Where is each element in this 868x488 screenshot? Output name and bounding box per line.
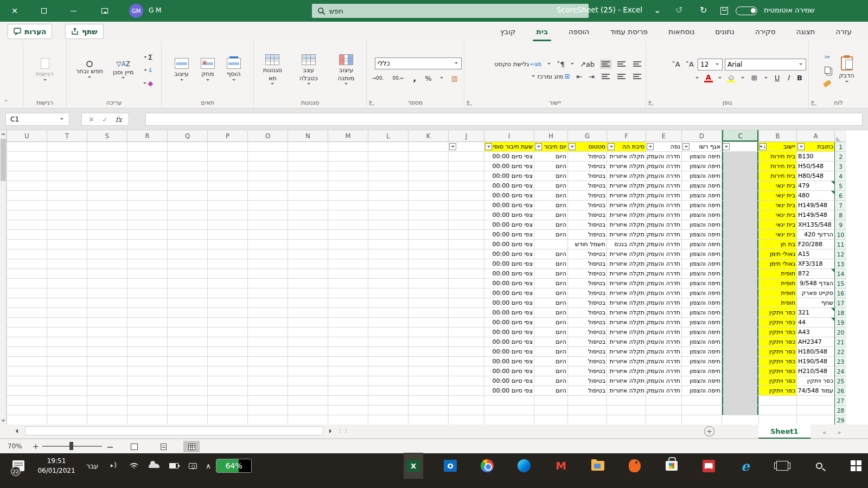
cell-J15[interactable] [448, 279, 484, 288]
cell-M24[interactable] [328, 367, 368, 376]
filter-dropdown-icon-G[interactable] [569, 143, 576, 150]
cell-T24[interactable] [47, 367, 87, 376]
cell-P28[interactable] [207, 406, 247, 415]
cell-T13[interactable] [47, 259, 87, 269]
cell-C25[interactable] [722, 376, 758, 386]
cancel-entry-icon[interactable]: ✕ [88, 115, 94, 124]
cell-G21[interactable]: בטיפול [567, 337, 607, 347]
cell-E6[interactable]: חדרה והעמק [646, 191, 681, 201]
taskbar-app-gmail[interactable]: M [553, 455, 569, 477]
filter-dropdown-icon-D[interactable] [682, 143, 690, 150]
cell-E15[interactable]: חדרה והעמק [646, 279, 681, 288]
cell-O28[interactable] [247, 406, 288, 415]
tab-1[interactable]: בית [535, 25, 548, 38]
cell-G28[interactable] [567, 406, 607, 415]
cell-A8[interactable]: H149/548 [796, 210, 834, 220]
tab-3[interactable]: פריסת עמוד [609, 25, 649, 38]
cell-B25[interactable]: כפר ויתקין [758, 376, 796, 386]
cell-I7[interactable]: צפי סיום 00:00 [484, 201, 534, 210]
cell-N15[interactable] [288, 279, 328, 288]
cell-I17[interactable]: צפי סיום 00:00 [484, 298, 534, 308]
cell-Q16[interactable] [167, 288, 207, 298]
cell-O15[interactable] [247, 279, 288, 288]
cell-B12[interactable]: גאולי תימן [758, 249, 796, 259]
cell-I14[interactable]: צפי סיום 00:00 [484, 269, 534, 279]
cell-U28[interactable] [7, 406, 47, 415]
cell-R3[interactable] [127, 162, 167, 171]
cell-A28[interactable] [796, 406, 834, 415]
autosave-toggle[interactable] [736, 7, 757, 15]
cell-T18[interactable] [47, 308, 87, 318]
column-header-A[interactable]: A [796, 130, 834, 142]
column-header-I[interactable]: I [484, 130, 534, 142]
cell-J16[interactable] [448, 288, 484, 298]
battery-widget[interactable]: 64% [216, 459, 252, 473]
cell-H24[interactable]: היום [534, 367, 567, 376]
cell-S2[interactable] [87, 152, 127, 162]
cell-I12[interactable]: צפי סיום 00:00 [484, 249, 534, 259]
cell-M27[interactable] [328, 396, 368, 406]
cell-M5[interactable] [328, 181, 368, 191]
cell-E9[interactable]: חדרה והעמק [646, 220, 681, 230]
search-input[interactable]: חפש [312, 4, 589, 18]
cell-R1[interactable] [127, 142, 167, 152]
row-header-7[interactable]: 7 [834, 201, 846, 210]
cell-F10[interactable]: תקלה איזורית [607, 230, 646, 240]
number-format-select[interactable]: כללי [375, 57, 462, 69]
cell-L26[interactable] [368, 386, 408, 396]
cell-O22[interactable] [247, 347, 288, 357]
cell-A16[interactable]: סקייט פארק [796, 288, 834, 298]
cell-D13[interactable]: חיפה והצפון [681, 259, 722, 269]
cell-J22[interactable] [448, 347, 484, 357]
cell-P9[interactable] [207, 220, 247, 230]
confirm-entry-icon[interactable]: ✓ [102, 115, 108, 124]
cell-O29[interactable] [247, 415, 288, 425]
cell-E20[interactable]: חדרה והעמק [646, 328, 681, 337]
taskbar-app-task-view[interactable] [775, 455, 790, 477]
cell-N8[interactable] [288, 210, 328, 220]
row-header-15[interactable]: 15 [834, 279, 846, 288]
cell-M15[interactable] [328, 279, 368, 288]
cell-E29[interactable] [646, 415, 681, 425]
row-header-20[interactable]: 20 [834, 328, 846, 337]
cell-O5[interactable] [247, 181, 288, 191]
cell-P24[interactable] [207, 367, 247, 376]
row-header-9[interactable]: 9 [834, 220, 846, 230]
cell-L16[interactable] [368, 288, 408, 298]
cell-I2[interactable]: צפי סיום 00:00 [484, 152, 534, 162]
cell-K29[interactable] [408, 415, 448, 425]
cell-E4[interactable]: חדרה והעמק [646, 171, 681, 181]
cell-A19[interactable]: 44 [796, 318, 834, 328]
cell-G1[interactable]: סטטוס [567, 142, 607, 152]
cell-T26[interactable] [47, 386, 87, 396]
cell-A9[interactable]: XH135/548 [796, 220, 834, 230]
cell-D8[interactable]: חיפה והצפון [681, 210, 722, 220]
row-header-8[interactable]: 8 [834, 210, 846, 220]
cell-M21[interactable] [328, 337, 368, 347]
cell-B29[interactable] [758, 415, 796, 425]
cell-K27[interactable] [408, 396, 448, 406]
cell-I10[interactable]: צפי סיום 00:00 [484, 230, 534, 240]
column-header-S[interactable]: S [87, 130, 127, 142]
row-header-19[interactable]: 19 [834, 318, 846, 328]
volume-button[interactable] [106, 453, 123, 478]
cell-Q6[interactable] [167, 191, 207, 201]
cell-U2[interactable] [7, 152, 47, 162]
cell-G24[interactable]: בטיפול [567, 367, 607, 376]
cell-M23[interactable] [328, 357, 368, 367]
cell-B24[interactable]: כפר ויתקין [758, 367, 796, 376]
insert-cells-button[interactable]: הוסף [223, 57, 245, 83]
cast-button[interactable] [184, 453, 201, 478]
cell-A1[interactable]: כתובת [796, 142, 834, 152]
cell-F13[interactable]: תקלה איזורית [607, 259, 646, 269]
cell-B21[interactable]: כפר ויתקין [758, 337, 796, 347]
cell-D2[interactable]: חיפה והצפון [681, 152, 722, 162]
cell-E2[interactable]: חדרה והעמק [646, 152, 681, 162]
cell-H3[interactable]: היום [534, 162, 567, 171]
cell-Q27[interactable] [167, 396, 207, 406]
cell-T27[interactable] [47, 396, 87, 406]
cell-D24[interactable]: חיפה והצפון [681, 367, 722, 376]
cell-C28[interactable] [722, 406, 758, 415]
cell-K13[interactable] [408, 259, 448, 269]
cell-I8[interactable]: צפי סיום 00:00 [484, 210, 534, 220]
